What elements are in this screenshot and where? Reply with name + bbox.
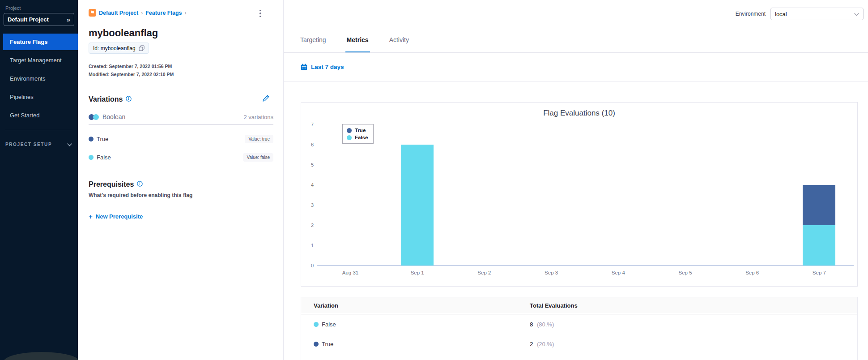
flag-id-chip: Id: mybooleanflag: [89, 43, 149, 54]
tab-metrics[interactable]: Metrics: [345, 28, 370, 52]
flag-modified-text: Modified: September 7, 2022 02:10 PM: [89, 70, 273, 78]
tab-activity[interactable]: Activity: [388, 28, 410, 52]
flag-created-text: Created: September 7, 2022 01:56 PM: [89, 62, 273, 70]
sidebar-item-feature-flags[interactable]: Feature Flags: [3, 34, 78, 50]
legend-item-false: False: [347, 134, 368, 141]
flag-id-text: Id: mybooleanflag: [93, 45, 136, 51]
breadcrumb-separator: ›: [141, 10, 143, 16]
info-icon[interactable]: [137, 180, 143, 189]
table-true-percent: (20.%): [537, 341, 554, 347]
bar-false-sep-7: [803, 225, 835, 266]
table-row-true: True 2 (20.%): [301, 334, 857, 354]
variation-row-true: True Value: true: [89, 135, 273, 143]
variation-false-value: Value: false: [243, 153, 273, 162]
breadcrumb-link-feature-flags[interactable]: Feature Flags: [145, 10, 182, 16]
variation-type-label: Boolean: [102, 113, 244, 120]
column-header-variation: Variation: [301, 302, 530, 309]
environment-select[interactable]: local: [770, 8, 864, 20]
project-label: Project: [5, 5, 78, 11]
sidebar-item-get-started[interactable]: Get Started: [0, 107, 78, 124]
variation-count: 2 variations: [244, 114, 273, 120]
double-chevron-icon: »: [67, 16, 70, 23]
new-prerequisite-button[interactable]: + New Prerequisite: [89, 213, 273, 220]
sidebar-section-project-setup[interactable]: PROJECT SETUP: [5, 140, 78, 148]
evaluations-chart-plot: 01234567Aug 31Sep 1Sep 2Sep 3Sep 4Sep 5S…: [301, 103, 857, 286]
new-prerequisite-label: New Prerequisite: [96, 213, 143, 220]
date-range-button[interactable]: Last 7 days: [301, 64, 344, 70]
sidebar-item-target-management[interactable]: Target Management: [0, 52, 78, 69]
app-window: Project Default Project » Feature Flags …: [0, 0, 868, 360]
environment-value: local: [775, 11, 854, 17]
y-axis-tick: 1: [302, 242, 314, 249]
flag-title: mybooleanflag: [89, 27, 273, 39]
prerequisites-subtitle: What's required before enabling this fla…: [89, 192, 273, 198]
column-header-total-evaluations: Total Evaluations: [530, 302, 857, 309]
legend-dot: [347, 128, 352, 133]
table-header-row: Variation Total Evaluations: [301, 297, 857, 314]
sidebar-item-pipelines[interactable]: Pipelines: [0, 89, 78, 105]
calendar-icon: [301, 64, 307, 70]
feature-flag-icon: [89, 9, 96, 17]
help-blob: [4, 352, 80, 360]
boolean-type-icon: [89, 114, 99, 120]
x-axis-label: Sep 2: [464, 270, 504, 275]
flag-options-menu-button[interactable]: [255, 8, 265, 19]
variation-true-dot: [314, 342, 319, 347]
breadcrumb-link-default-project[interactable]: Default Project: [99, 10, 138, 16]
variation-true-dot: [89, 137, 94, 141]
prerequisites-title: Prerequisites: [89, 180, 134, 189]
legend-label: True: [355, 127, 366, 134]
bar-true-sep-7: [803, 185, 835, 225]
evaluations-table: Variation Total Evaluations False 8 (80.…: [301, 297, 858, 360]
chevron-down-icon: [67, 140, 72, 148]
table-false-label: False: [322, 321, 530, 328]
variation-true-name: True: [97, 136, 245, 142]
table-true-label: True: [322, 341, 530, 347]
y-axis-tick: 0: [302, 262, 314, 269]
plus-icon: +: [89, 213, 93, 220]
copy-icon[interactable]: [139, 45, 145, 51]
project-selector-value: Default Project: [8, 16, 65, 23]
y-axis-tick: 2: [302, 222, 314, 228]
table-row-false: False 8 (80.%): [301, 314, 857, 334]
sidebar-nav: Feature Flags Target Management Environm…: [0, 34, 78, 124]
y-axis-tick: 7: [302, 121, 314, 128]
x-axis-label: Sep 5: [665, 270, 706, 275]
x-axis-label: Sep 3: [531, 270, 571, 275]
x-axis-label: Sep 7: [799, 270, 839, 275]
environment-label: Environment: [736, 11, 766, 17]
prerequisites-section: Prerequisites What's required before ena…: [89, 180, 273, 220]
edit-variations-button[interactable]: [262, 94, 270, 104]
breadcrumb-separator: ›: [185, 10, 187, 16]
table-false-total: 8: [530, 321, 533, 328]
x-axis-line: [317, 265, 854, 266]
legend-dot: [347, 135, 352, 140]
date-range-label: Last 7 days: [311, 64, 344, 70]
variations-section: Variations Boolean 2 variations True Val…: [89, 95, 273, 162]
x-axis-label: Aug 31: [330, 270, 370, 275]
legend-item-true: True: [347, 127, 368, 134]
project-selector[interactable]: Default Project »: [4, 13, 74, 26]
sidebar-divider: [5, 130, 72, 130]
y-axis-tick: 5: [302, 162, 314, 168]
tab-targeting[interactable]: Targeting: [299, 28, 328, 52]
breadcrumb: Default Project › Feature Flags ›: [89, 9, 273, 17]
tab-bar: Targeting Metrics Activity: [284, 28, 868, 53]
sidebar-item-environments[interactable]: Environments: [0, 70, 78, 87]
project-setup-label: PROJECT SETUP: [5, 142, 52, 147]
x-axis-label: Sep 1: [397, 270, 438, 275]
sidebar: Project Default Project » Feature Flags …: [0, 0, 78, 360]
environment-bar: Environment local: [284, 0, 868, 28]
table-true-total: 2: [530, 341, 533, 347]
x-axis-label: Sep 4: [598, 270, 638, 275]
evaluations-chart-card: Flag Evaluations (10) TrueFalse 01234567…: [301, 102, 858, 287]
info-icon[interactable]: [126, 95, 132, 103]
chart-legend: TrueFalse: [342, 124, 374, 144]
variations-title: Variations: [89, 95, 123, 103]
main-content: Environment local Targeting Metrics Acti…: [284, 0, 868, 360]
legend-label: False: [355, 134, 368, 141]
y-axis-tick: 4: [302, 182, 314, 188]
variation-false-dot: [314, 322, 319, 327]
variation-row-false: False Value: false: [89, 153, 273, 162]
variation-false-dot: [89, 155, 94, 160]
